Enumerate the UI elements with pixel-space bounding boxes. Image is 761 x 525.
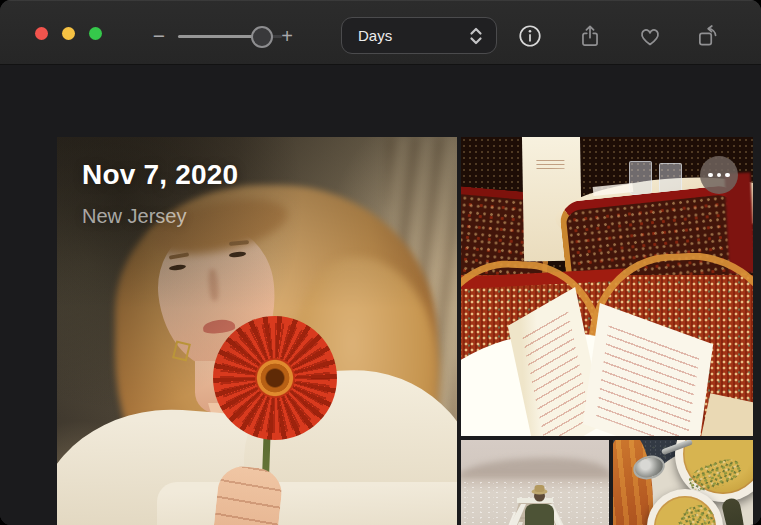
chevron-up-down-icon xyxy=(468,26,484,46)
zoom-out-button[interactable]: − xyxy=(146,22,172,50)
art-soup-top xyxy=(683,440,753,494)
zoom-slider-knob[interactable] xyxy=(251,26,273,48)
heart-icon xyxy=(637,23,663,49)
favorite-button[interactable] xyxy=(635,21,665,51)
photo-portrait-woman-with-red-gerbera[interactable]: Nov 7, 2020 New Jersey xyxy=(57,137,457,525)
minimize-window-button[interactable] xyxy=(62,27,75,40)
info-button[interactable] xyxy=(515,21,545,51)
share-button[interactable] xyxy=(575,21,605,51)
art-top-shade xyxy=(57,137,457,525)
more-dot xyxy=(717,173,722,178)
day-group-date: Nov 7, 2020 xyxy=(82,159,238,191)
photo-grid: Nov 7, 2020 New Jersey xyxy=(0,65,761,525)
photo-yellow-soup-bowls[interactable] xyxy=(613,440,753,525)
more-dot xyxy=(708,173,713,178)
rotate-button[interactable] xyxy=(693,21,723,51)
day-group-location: New Jersey xyxy=(82,205,186,228)
art-boardwalk-scene xyxy=(461,440,609,525)
zoom-in-button[interactable]: + xyxy=(274,22,300,50)
photos-window: − + Days xyxy=(0,0,761,525)
more-dot xyxy=(725,173,730,178)
zoom-slider-fill xyxy=(178,35,262,38)
info-icon xyxy=(517,23,543,49)
view-mode-popup[interactable]: Days xyxy=(341,17,497,54)
photo-foggy-boardwalk[interactable] xyxy=(461,440,609,525)
close-window-button[interactable] xyxy=(35,27,48,40)
rotate-icon xyxy=(695,23,721,49)
toolbar: − + Days xyxy=(0,0,761,65)
more-options-button[interactable] xyxy=(700,156,738,194)
view-mode-label: Days xyxy=(358,27,468,44)
photo-cafe-bistro-chairs[interactable] xyxy=(461,137,753,436)
maximize-window-button[interactable] xyxy=(89,27,102,40)
art-soup-main xyxy=(654,496,716,525)
share-icon xyxy=(577,23,603,49)
